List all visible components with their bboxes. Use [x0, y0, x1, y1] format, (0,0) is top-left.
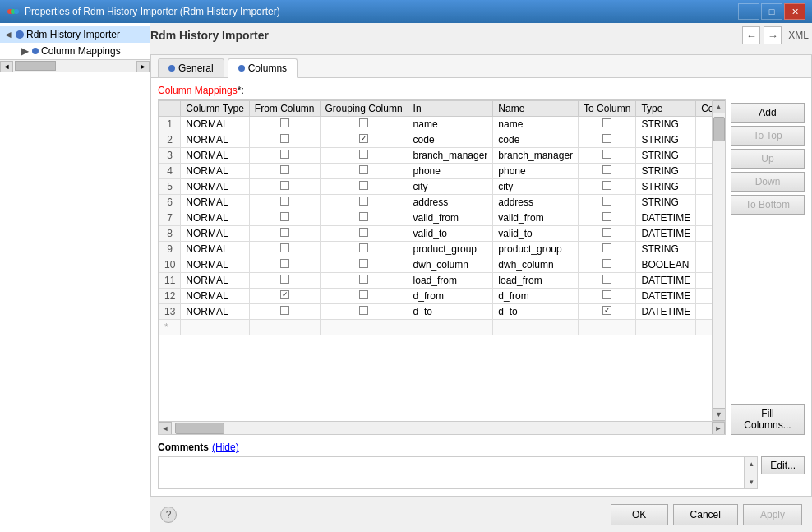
maximize-button[interactable]: □ — [761, 3, 782, 20]
grouping-col-checkbox[interactable] — [320, 289, 408, 304]
sidebar-scroll-left[interactable]: ◄ — [0, 61, 13, 72]
from-col-checkbox[interactable] — [249, 132, 320, 148]
from-col-checkbox[interactable] — [249, 195, 320, 210]
to-top-button[interactable]: To Top — [731, 126, 805, 146]
col-header-in[interactable]: In — [408, 101, 493, 117]
down-button[interactable]: Down — [731, 172, 805, 192]
from-col-checkbox[interactable] — [249, 257, 320, 273]
add-button[interactable]: Add — [731, 103, 805, 123]
to-col-checkbox[interactable] — [579, 195, 636, 210]
table-row[interactable]: 7NORMALvalid_fromvalid_fromDATETIME — [159, 210, 713, 226]
table-row[interactable]: 8NORMALvalid_tovalid_toDATETIME — [159, 226, 713, 242]
grouping-col-checkbox[interactable] — [320, 210, 408, 226]
sidebar-scroll-right[interactable]: ► — [136, 61, 150, 72]
to-col-checkbox[interactable] — [579, 117, 636, 132]
from-col-checkbox[interactable] — [249, 179, 320, 195]
to-col-checkbox[interactable] — [579, 132, 636, 148]
ok-button[interactable]: OK — [611, 504, 668, 525]
grouping-col-checkbox[interactable] — [320, 195, 408, 210]
col-header-to-column[interactable]: To Column — [579, 101, 636, 117]
from-col-checkbox[interactable] — [249, 117, 320, 132]
data-table-scroll[interactable]: Column Type From Column Grouping Column … — [159, 100, 712, 421]
cancel-button[interactable]: Cancel — [673, 504, 738, 525]
from-col-checkbox[interactable] — [249, 273, 320, 289]
to-col-checkbox[interactable] — [579, 226, 636, 242]
vscroll-track[interactable] — [713, 113, 725, 408]
from-col-checkbox[interactable] — [249, 164, 320, 179]
grouping-col-checkbox[interactable] — [320, 132, 408, 148]
col-header-name[interactable]: Name — [493, 101, 579, 117]
from-col-checkbox[interactable] — [249, 304, 320, 320]
xml-button[interactable]: XML — [785, 30, 812, 41]
apply-button[interactable]: Apply — [743, 504, 802, 525]
col-header-type[interactable]: Type — [636, 101, 696, 117]
grouping-col-checkbox[interactable] — [320, 257, 408, 273]
from-col-checkbox[interactable] — [249, 226, 320, 242]
from-col-checkbox[interactable] — [249, 289, 320, 304]
grouping-col-checkbox[interactable] — [320, 179, 408, 195]
up-button[interactable]: Up — [731, 149, 805, 169]
grouping-col-checkbox[interactable] — [320, 226, 408, 242]
new-row[interactable]: * — [159, 320, 713, 335]
help-button[interactable]: ? — [160, 507, 177, 523]
hscroll-left-btn[interactable]: ◄ — [159, 422, 172, 435]
from-col-checkbox[interactable] — [249, 242, 320, 257]
nav-forward-button[interactable]: → — [764, 26, 782, 44]
grouping-col-checkbox[interactable] — [320, 242, 408, 257]
col-header-grouping-column[interactable]: Grouping Column — [320, 101, 408, 117]
to-col-checkbox[interactable] — [579, 304, 636, 320]
table-row[interactable]: 3NORMALbranch_managerbranch_managerSTRIN… — [159, 148, 713, 164]
table-row[interactable]: 9NORMALproduct_groupproduct_groupSTRING — [159, 242, 713, 257]
hscroll-right-btn[interactable]: ► — [712, 422, 725, 435]
to-col-checkbox[interactable] — [579, 210, 636, 226]
tab-columns[interactable]: Columns — [228, 58, 298, 78]
table-row[interactable]: 2NORMALcodecodeSTRING — [159, 132, 713, 148]
hscroll-thumb[interactable] — [175, 423, 224, 434]
vscroll-thumb[interactable] — [713, 117, 725, 141]
comments-scroll-up[interactable]: ▲ — [745, 457, 758, 470]
nav-back-button[interactable]: ← — [742, 26, 760, 44]
vscroll-up-btn[interactable]: ▲ — [713, 100, 726, 113]
vscroll-down-btn[interactable]: ▼ — [713, 408, 726, 421]
grouping-col-checkbox[interactable] — [320, 148, 408, 164]
to-col-checkbox[interactable] — [579, 148, 636, 164]
table-row[interactable]: 12NORMALd_fromd_fromDATETIME — [159, 289, 713, 304]
sidebar-item-column-mappings[interactable]: ▶ Column Mappings — [0, 43, 150, 59]
comments-scrollbar[interactable]: ▲ ▼ — [744, 457, 757, 488]
table-row[interactable]: 5NORMALcitycitySTRING — [159, 179, 713, 195]
grouping-col-checkbox[interactable] — [320, 117, 408, 132]
col-header-comment[interactable]: Comment — [696, 101, 712, 117]
from-col-checkbox[interactable] — [249, 148, 320, 164]
table-row[interactable]: 10NORMALdwh_columndwh_columnBOOLEAN — [159, 257, 713, 273]
to-bottom-button[interactable]: To Bottom — [731, 195, 805, 215]
table-row[interactable]: 13NORMALd_tod_toDATETIME — [159, 304, 713, 320]
sidebar-item-rdm-history-importer[interactable]: ◄ Rdm History Importer — [0, 26, 150, 43]
to-col-checkbox[interactable] — [579, 257, 636, 273]
table-row[interactable]: 6NORMALaddressaddressSTRING — [159, 195, 713, 210]
comments-input[interactable] — [159, 457, 744, 488]
table-row[interactable]: 1NORMALnamenameSTRING — [159, 117, 713, 132]
sidebar-scroll-thumb[interactable] — [15, 61, 56, 71]
to-col-checkbox[interactable] — [579, 273, 636, 289]
to-col-checkbox[interactable] — [579, 164, 636, 179]
to-col-checkbox[interactable] — [579, 289, 636, 304]
grouping-col-checkbox[interactable] — [320, 304, 408, 320]
edit-button[interactable]: Edit... — [761, 456, 805, 474]
hscroll-track[interactable] — [172, 422, 712, 434]
fill-columns-button[interactable]: Fill Columns... — [731, 404, 805, 435]
sidebar-scrollbar[interactable]: ◄ ► — [0, 59, 150, 72]
horizontal-scrollbar[interactable]: ◄ ► — [159, 421, 725, 434]
grouping-col-checkbox[interactable] — [320, 164, 408, 179]
comments-hide-link[interactable]: (Hide) — [212, 442, 239, 453]
col-header-from-column[interactable]: From Column — [249, 101, 320, 117]
grouping-col-checkbox[interactable] — [320, 273, 408, 289]
from-col-checkbox[interactable] — [249, 210, 320, 226]
tab-general[interactable]: General — [158, 58, 224, 77]
table-row[interactable]: 11NORMALload_fromload_fromDATETIME — [159, 273, 713, 289]
to-col-checkbox[interactable] — [579, 179, 636, 195]
col-header-column-type[interactable]: Column Type — [181, 101, 249, 117]
comments-scroll-down[interactable]: ▼ — [745, 475, 758, 488]
to-col-checkbox[interactable] — [579, 242, 636, 257]
minimize-button[interactable]: ─ — [738, 3, 759, 20]
close-button[interactable]: ✕ — [784, 3, 805, 20]
